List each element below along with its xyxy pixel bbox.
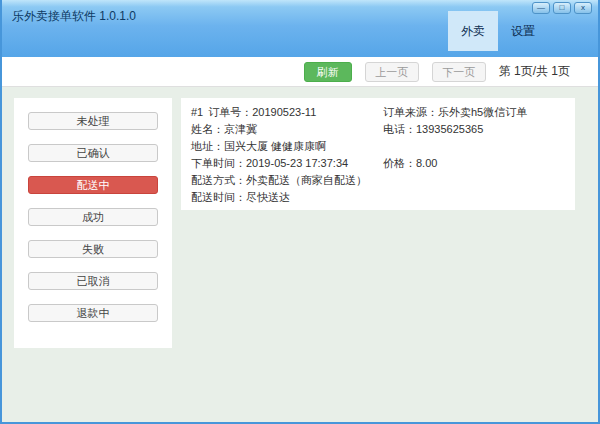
- order-number-value: 20190523-11: [252, 106, 316, 118]
- status-sidebar: 未处理 已确认 配送中 成功 失败 已取消 退款中: [14, 98, 172, 348]
- toolbar: 刷新 上一页 下一页 第 1页/共 1页: [2, 57, 598, 87]
- order-price-value: 8.00: [416, 157, 437, 169]
- tab-settings-label: 设置: [511, 23, 535, 40]
- sidebar-item-success[interactable]: 成功: [28, 208, 158, 226]
- sidebar-item-failed[interactable]: 失败: [28, 240, 158, 258]
- order-row: 配送时间：尽快送达: [191, 189, 575, 206]
- delivery-method-value: 外卖配送（商家自配送）: [246, 174, 367, 186]
- next-page-button[interactable]: 下一页: [432, 62, 486, 82]
- page-indicator: 第 1页/共 1页: [499, 63, 570, 80]
- order-source-value: 乐外卖h5微信订单: [438, 106, 527, 118]
- order-time-label: 下单时间：: [191, 157, 246, 169]
- maximize-icon: □: [560, 3, 565, 12]
- order-row: 下单时间：2019-05-23 17:37:34 价格：8.00: [191, 155, 575, 172]
- customer-name-value: 京津冀: [224, 123, 257, 135]
- order-row: 配送方式：外卖配送（商家自配送）: [191, 172, 575, 189]
- tab-bar: 外卖 设置: [448, 11, 548, 51]
- sidebar-item-delivering[interactable]: 配送中: [28, 176, 158, 194]
- app-window: 乐外卖接单软件 1.0.1.0 — □ x 外卖 设置 刷新 上一页 下一页 第…: [0, 0, 600, 424]
- customer-name: 姓名：京津冀: [191, 121, 383, 138]
- order-source: 订单来源：乐外卖h5微信订单: [383, 104, 527, 121]
- order-index: #1: [191, 106, 203, 118]
- maximize-button[interactable]: □: [553, 2, 571, 14]
- tab-takeout-label: 外卖: [461, 23, 485, 40]
- title-bar: 乐外卖接单软件 1.0.1.0 — □ x 外卖 设置: [2, 0, 598, 57]
- customer-address-label: 地址：: [191, 140, 224, 152]
- customer-phone-label: 电话：: [383, 123, 416, 135]
- tab-takeout[interactable]: 外卖: [448, 11, 498, 51]
- sidebar-item-confirmed[interactable]: 已确认: [28, 144, 158, 162]
- tab-settings[interactable]: 设置: [498, 11, 548, 51]
- customer-phone: 电话：13935625365: [383, 121, 483, 138]
- order-price-label: 价格：: [383, 157, 416, 169]
- delivery-time-label: 配送时间：: [191, 191, 246, 203]
- order-row: 姓名：京津冀 电话：13935625365: [191, 121, 575, 138]
- order-number: #1订单号：20190523-11: [191, 104, 383, 121]
- delivery-method: 配送方式：外卖配送（商家自配送）: [191, 172, 383, 189]
- prev-page-button[interactable]: 上一页: [365, 62, 419, 82]
- customer-address: 地址：国兴大厦 健健康康啊: [191, 138, 383, 155]
- customer-phone-value: 13935625365: [416, 123, 483, 135]
- window-title: 乐外卖接单软件 1.0.1.0: [12, 8, 136, 25]
- content-area: 未处理 已确认 配送中 成功 失败 已取消 退款中 #1订单号：20190523…: [2, 87, 598, 422]
- order-source-label: 订单来源：: [383, 106, 438, 118]
- refresh-button[interactable]: 刷新: [304, 62, 352, 82]
- delivery-time-value: 尽快送达: [246, 191, 290, 203]
- order-row: 地址：国兴大厦 健健康康啊: [191, 138, 575, 155]
- close-icon: x: [581, 3, 585, 12]
- customer-name-label: 姓名：: [191, 123, 224, 135]
- order-detail-card: #1订单号：20190523-11 订单来源：乐外卖h5微信订单 姓名：京津冀 …: [181, 98, 575, 210]
- delivery-method-label: 配送方式：: [191, 174, 246, 186]
- order-row: #1订单号：20190523-11 订单来源：乐外卖h5微信订单: [191, 104, 575, 121]
- order-time: 下单时间：2019-05-23 17:37:34: [191, 155, 383, 172]
- close-button[interactable]: x: [574, 2, 592, 14]
- customer-address-value: 国兴大厦 健健康康啊: [224, 140, 326, 152]
- delivery-time: 配送时间：尽快送达: [191, 189, 383, 206]
- order-price: 价格：8.00: [383, 155, 437, 172]
- sidebar-item-unprocessed[interactable]: 未处理: [28, 112, 158, 130]
- order-time-value: 2019-05-23 17:37:34: [246, 157, 348, 169]
- sidebar-item-cancelled[interactable]: 已取消: [28, 272, 158, 290]
- order-number-label: 订单号：: [208, 106, 252, 118]
- sidebar-item-refunding[interactable]: 退款中: [28, 304, 158, 322]
